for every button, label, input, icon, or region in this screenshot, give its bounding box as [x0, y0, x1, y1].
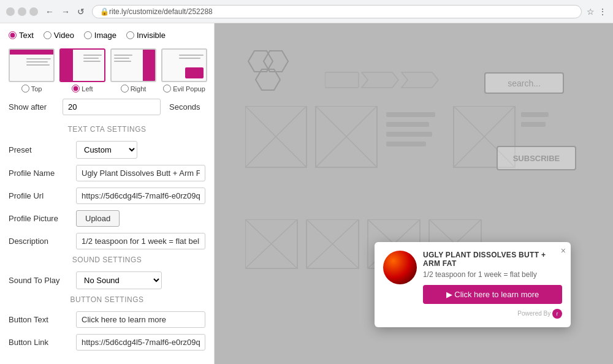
sound-to-play-label: Sound To Play: [9, 276, 76, 285]
window-controls: [6, 7, 38, 16]
tab-image-radio[interactable]: [84, 31, 92, 39]
sound-settings-header: SOUND SETTINGS: [9, 256, 205, 264]
popup-title: UGLY PLANT DISSOLVES BUTT + ARM FAT: [423, 251, 562, 268]
powered-by-logo: r: [552, 309, 562, 319]
minimize-window-btn[interactable]: [18, 7, 26, 16]
svg-rect-19: [521, 112, 549, 117]
address-bar[interactable]: 🔒 rite.ly/customize/default/252288: [92, 5, 582, 18]
button-link-input[interactable]: [76, 334, 205, 351]
profile-url-row: Profile Url: [9, 188, 205, 204]
tab-invisible-label: Invisible: [137, 31, 166, 40]
svg-rect-20: [521, 122, 546, 127]
position-top-thumb: [9, 48, 55, 82]
button-link-row: Button Link: [9, 334, 205, 351]
right-panel: search...: [215, 23, 613, 364]
type-tabs: Text Video Image Invisible: [9, 31, 205, 40]
profile-name-label: Profile Name: [9, 169, 76, 178]
position-evil-popup-label[interactable]: Evil Popup: [163, 85, 205, 93]
profile-url-input[interactable]: [76, 188, 205, 204]
hexagons-svg: [239, 48, 300, 103]
tab-text-label: Text: [19, 31, 34, 40]
tab-invisible[interactable]: Invisible: [126, 31, 166, 40]
svg-marker-5: [402, 72, 438, 88]
position-left-radio[interactable]: [72, 85, 80, 93]
popup-avatar: [383, 251, 417, 284]
star-button[interactable]: ☆: [587, 7, 595, 17]
position-top-radio[interactable]: [21, 85, 29, 93]
popup-text-area: UGLY PLANT DISSOLVES BUTT + ARM FAT 1/2 …: [423, 251, 562, 304]
tab-video-radio[interactable]: [44, 31, 51, 39]
button-link-label: Button Link: [9, 338, 76, 347]
svg-marker-4: [362, 72, 398, 88]
arrows-svg: [325, 69, 447, 91]
position-left-label[interactable]: Left: [72, 85, 93, 93]
position-right-radio[interactable]: [121, 85, 129, 93]
tab-invisible-radio[interactable]: [126, 31, 134, 39]
svg-marker-0: [248, 51, 273, 72]
forward-button[interactable]: →: [59, 6, 72, 18]
button-text-input[interactable]: [76, 311, 205, 328]
preset-row: Preset Custom: [9, 141, 205, 159]
browser-chrome: ← → ↺ 🔒 rite.ly/customize/default/252288…: [0, 0, 613, 23]
popup-body: UGLY PLANT DISSOLVES BUTT + ARM FAT 1/2 …: [383, 251, 562, 304]
subscribe-wireframe: SUBSCRIBE: [497, 146, 576, 170]
profile-name-input[interactable]: [76, 165, 205, 181]
button-settings-header: BUTTON SETTINGS: [9, 295, 205, 304]
show-after-input[interactable]: [63, 99, 161, 115]
close-window-btn[interactable]: [6, 7, 15, 16]
description-input[interactable]: [76, 233, 205, 249]
reload-button[interactable]: ↺: [75, 6, 87, 18]
tab-image[interactable]: Image: [84, 31, 116, 40]
svg-rect-14: [386, 132, 432, 137]
tab-text[interactable]: Text: [9, 31, 34, 40]
popup-description: 1/2 teaspoon for 1 week = flat belly: [423, 270, 562, 279]
tab-text-radio[interactable]: [9, 31, 17, 39]
tab-image-label: Image: [94, 31, 116, 40]
show-after-unit: Seconds: [169, 102, 200, 112]
svg-rect-13: [386, 122, 429, 127]
position-top-label[interactable]: Top: [21, 85, 42, 93]
back-button[interactable]: ←: [43, 6, 56, 18]
position-evil-popup-thumb: [161, 48, 207, 82]
maximize-window-btn[interactable]: [29, 7, 38, 16]
position-evil-popup-radio[interactable]: [163, 85, 171, 93]
svg-marker-1: [264, 51, 288, 72]
preset-select[interactable]: Custom: [76, 141, 137, 159]
position-top[interactable]: Top: [9, 48, 55, 93]
show-after-label: Show after: [9, 102, 58, 112]
main-content: Text Video Image Invisible: [0, 23, 613, 364]
profile-url-label: Profile Url: [9, 191, 76, 200]
popup-powered-by: Powered By r: [383, 309, 562, 319]
popup-cta-button[interactable]: ▶ Click here to learn more: [423, 285, 562, 304]
tab-video[interactable]: Video: [44, 31, 74, 40]
position-left-thumb: [59, 48, 105, 82]
tab-video-label: Video: [54, 31, 74, 40]
svg-rect-12: [386, 112, 435, 117]
browser-action-buttons: ☆ ⋮: [587, 7, 607, 17]
sound-to-play-row: Sound To Play No Sound Ding Bell Chime: [9, 271, 205, 289]
preset-label: Preset: [9, 145, 76, 154]
profile-picture-label: Profile Picture: [9, 214, 76, 223]
position-row: Top Left: [9, 48, 205, 93]
profile-name-row: Profile Name: [9, 165, 205, 181]
left-panel: Text Video Image Invisible: [0, 23, 215, 364]
position-right-thumb: [110, 48, 156, 82]
menu-button[interactable]: ⋮: [598, 7, 607, 17]
upload-button[interactable]: Upload: [76, 210, 120, 227]
svg-rect-15: [386, 142, 426, 146]
description-row: Description: [9, 233, 205, 249]
position-right-label[interactable]: Right: [121, 85, 147, 93]
sound-select[interactable]: No Sound Ding Bell Chime: [76, 271, 162, 289]
text-cta-header: TEXT CTA SETTINGS: [9, 125, 205, 134]
svg-rect-3: [325, 72, 359, 88]
button-text-row: Button Text: [9, 311, 205, 328]
position-evil-popup[interactable]: Evil Popup: [161, 48, 207, 93]
search-box-wireframe: search...: [484, 72, 564, 94]
position-right[interactable]: Right: [110, 48, 156, 93]
popup-notification: × UGLY PLANT DISSOLVES BUTT + ARM FAT 1/…: [375, 242, 571, 327]
popup-close-button[interactable]: ×: [561, 246, 566, 256]
description-label: Description: [9, 237, 76, 246]
button-text-label: Button Text: [9, 315, 76, 324]
nav-buttons: ← → ↺: [43, 6, 87, 18]
position-left[interactable]: Left: [59, 48, 105, 93]
